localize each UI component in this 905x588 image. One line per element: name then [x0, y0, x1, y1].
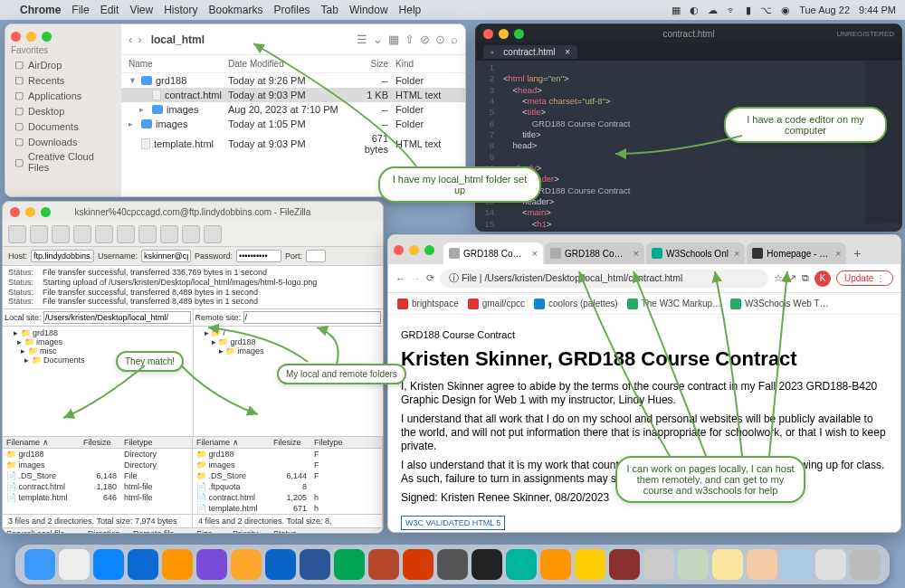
view-options-icon[interactable]: ⌄ — [373, 33, 383, 46]
zoom-icon[interactable] — [424, 245, 434, 255]
back-icon[interactable]: ‹ — [129, 33, 132, 46]
dock-app-icon[interactable] — [850, 549, 881, 580]
menu-item[interactable]: File — [71, 4, 89, 16]
sidebar-item[interactable]: ▢Downloads — [11, 134, 116, 149]
list-item[interactable]: 📁 imagesF — [193, 460, 382, 470]
browser-tab[interactable]: Homepage - GRD× — [747, 242, 846, 264]
list-item[interactable]: 📁 grd188F — [193, 449, 382, 460]
file-row[interactable]: ▸ imagesToday at 1:05 PM--Folder — [121, 117, 465, 131]
browser-tab[interactable]: GRD188 Course× — [545, 242, 644, 264]
port-input[interactable] — [306, 250, 326, 262]
dock-app-icon[interactable] — [196, 549, 227, 580]
reload-icon[interactable]: ⟳ — [426, 272, 434, 284]
menubar-date[interactable]: Tue Aug 22 — [799, 5, 850, 15]
dock-app-icon[interactable] — [24, 549, 55, 580]
dock-app-icon[interactable] — [300, 549, 330, 580]
minimize-icon[interactable] — [26, 32, 36, 42]
dock-app-icon[interactable] — [437, 549, 468, 580]
dock-app-icon[interactable] — [747, 549, 777, 580]
editor-tabs[interactable]: ◦ contract.html × — [476, 43, 901, 61]
dock-app-icon[interactable] — [643, 549, 674, 580]
sidebar-item[interactable]: ▢Creative Cloud Files — [11, 149, 116, 175]
app-menu[interactable]: Chrome — [20, 4, 61, 16]
sidebar-item[interactable]: ▢Desktop — [11, 103, 116, 119]
close-icon[interactable] — [394, 245, 404, 255]
menu-item[interactable]: Help — [399, 4, 422, 16]
finder-file-list[interactable]: ▼ grd188Today at 9:26 PM--Folder contrac… — [121, 73, 465, 156]
dock-app-icon[interactable] — [472, 549, 502, 580]
w3c-badge[interactable]: W3C VALIDATED HTML 5 — [401, 516, 505, 530]
list-item[interactable]: 📄 template.html646html-file — [3, 492, 192, 503]
remote-list-header[interactable]: Filename ∧FilesizeFiletype — [193, 436, 382, 449]
pass-input[interactable] — [236, 250, 281, 262]
menu-item[interactable]: Tab — [321, 4, 338, 16]
minimize-icon[interactable] — [409, 245, 419, 255]
forward-icon[interactable]: → — [411, 273, 421, 284]
menu-item[interactable]: History — [164, 4, 197, 16]
dock-app-icon[interactable] — [609, 549, 640, 580]
minimize-icon[interactable] — [25, 207, 35, 217]
zoom-icon[interactable] — [41, 207, 51, 217]
menubar-time[interactable]: 9:44 PM — [859, 5, 896, 15]
menu-item[interactable]: Window — [349, 4, 388, 16]
dock[interactable] — [15, 545, 890, 584]
tree-node[interactable]: ▸ 📁 images — [197, 346, 380, 356]
dock-app-icon[interactable] — [575, 549, 605, 580]
update-button[interactable]: Update ⋮ — [836, 270, 893, 286]
dock-app-icon[interactable] — [368, 549, 399, 580]
bookmark[interactable]: gmail/cpcc — [468, 299, 525, 309]
back-icon[interactable]: ← — [395, 273, 405, 284]
dock-app-icon[interactable] — [334, 549, 365, 580]
control-center-icon[interactable]: ⌥ — [760, 5, 772, 16]
list-item[interactable]: 📁 .DS_Store6,144F — [193, 470, 382, 481]
dock-app-icon[interactable] — [540, 549, 571, 580]
list-item[interactable]: 📄 .DS_Store6,148File — [3, 470, 192, 481]
file-row[interactable]: ▼ grd188Today at 9:26 PM--Folder — [121, 73, 465, 88]
dock-app-icon[interactable] — [93, 549, 124, 580]
menu-item[interactable]: View — [129, 4, 153, 16]
dock-app-icon[interactable] — [781, 549, 812, 580]
close-icon[interactable] — [483, 29, 493, 39]
list-item[interactable]: 📄 .ftpquota8 — [193, 481, 382, 492]
dock-app-icon[interactable] — [265, 549, 296, 580]
share-icon[interactable]: ⇧ — [405, 33, 414, 46]
sidebar-item[interactable]: ▢Applications — [11, 88, 116, 103]
dock-app-icon[interactable] — [815, 549, 846, 580]
user-input[interactable] — [141, 250, 191, 262]
bookmark[interactable]: brightspace — [397, 299, 459, 309]
host-input[interactable] — [31, 250, 94, 262]
local-tree[interactable]: ▸ 📁 grd188▸ 📁 images▸ 📁 misc▸ 📁 Document… — [3, 327, 193, 436]
tree-node[interactable]: ▸ 📁 grd188 — [6, 328, 189, 337]
list-item[interactable]: 📁 imagesDirectory — [3, 460, 192, 470]
dock-app-icon[interactable] — [128, 549, 158, 580]
bookmark[interactable]: W3Schools Web T… — [730, 299, 828, 309]
tree-node[interactable]: ▸ 📁 images — [6, 337, 189, 346]
profile-avatar[interactable]: K — [814, 270, 831, 287]
remote-site-input[interactable] — [243, 311, 381, 324]
tree-node[interactable]: ▸ 📁 / — [197, 328, 380, 337]
sidebar-item[interactable]: ▢Documents — [11, 119, 116, 134]
list-item[interactable]: 📁 grd188Directory — [3, 449, 192, 460]
code-lines[interactable]: <html lang="en"> <head> <meta charset="u… — [500, 61, 771, 232]
list-item[interactable]: 📄 contract.html1,180html-file — [3, 481, 192, 492]
browser-tab[interactable]: W3Schools Onl× — [646, 242, 745, 264]
close-tab-icon[interactable]: × — [532, 248, 538, 259]
new-tab-button[interactable]: + — [848, 242, 866, 264]
local-site-input[interactable] — [43, 311, 190, 324]
local-list-header[interactable]: Filename ∧FilesizeFiletype — [3, 436, 192, 449]
dock-app-icon[interactable] — [712, 549, 743, 580]
toolbar-button[interactable] — [8, 225, 26, 243]
bookmark[interactable]: coolors (palettes) — [534, 299, 618, 309]
tag-icon[interactable]: ⊘ — [420, 33, 430, 46]
dock-app-icon[interactable] — [506, 549, 537, 580]
close-tab-icon[interactable]: × — [835, 248, 841, 259]
view-list-icon[interactable]: ☰ — [357, 33, 367, 46]
search-icon[interactable]: ⌕ — [451, 33, 458, 46]
forward-icon[interactable]: › — [138, 33, 141, 46]
close-icon[interactable] — [10, 207, 20, 217]
minimize-icon[interactable] — [499, 29, 509, 39]
siri-icon[interactable]: ◉ — [781, 5, 790, 16]
close-tab-icon[interactable]: × — [634, 248, 639, 259]
wifi-icon[interactable]: ᯤ — [727, 5, 737, 15]
menu-item[interactable]: Bookmarks — [209, 4, 263, 16]
